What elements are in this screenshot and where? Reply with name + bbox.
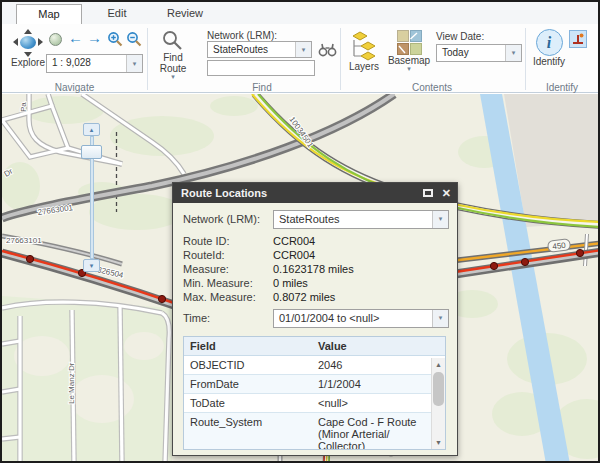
chevron-down-icon: ▾ bbox=[439, 315, 443, 321]
map-zoom-slider[interactable]: ▴ ▾ bbox=[81, 123, 103, 273]
chevron-down-icon: ▾ bbox=[512, 50, 516, 56]
chevron-down-icon: ▾ bbox=[407, 66, 411, 72]
cell-value: Cape Cod - F Route (Minor Arterial/ Coll… bbox=[312, 413, 431, 450]
view-date-combobox[interactable]: Today ▾ bbox=[436, 44, 522, 62]
triangle-up-icon: ▲ bbox=[435, 361, 442, 368]
time-dropdown-button[interactable]: ▾ bbox=[432, 310, 448, 327]
group-separator bbox=[340, 28, 341, 90]
street-label: Le Manz Dr bbox=[67, 362, 76, 404]
route-id-label: Route ID: bbox=[183, 234, 273, 248]
find-route-icon bbox=[162, 30, 184, 52]
route-locations-dialog: Route Locations ✕ Network (LRM): StateRo… bbox=[172, 182, 458, 456]
min-measure-row: Min. Measure: 0 miles bbox=[183, 276, 449, 290]
basemap-icon bbox=[397, 30, 422, 55]
triangle-down-icon: ▼ bbox=[435, 439, 442, 446]
identify-group-label: Identify bbox=[527, 82, 597, 94]
previous-extent-button[interactable]: ← bbox=[68, 30, 83, 46]
scroll-up-button[interactable]: ▲ bbox=[432, 358, 445, 371]
cell-field: OBJECTID bbox=[184, 356, 312, 374]
application-window: Map Edit Review Explore ← → bbox=[0, 0, 600, 463]
chevron-down-icon: ▾ bbox=[302, 47, 306, 53]
zoom-in-button[interactable] bbox=[107, 31, 124, 52]
find-route-button[interactable]: Find Route ▾ bbox=[154, 30, 192, 80]
street-label: Pa bbox=[19, 102, 28, 112]
table-row[interactable]: OBJECTID 2046 bbox=[184, 356, 431, 375]
network-lrm-value: StateRoutes bbox=[208, 42, 295, 57]
dialog-body: Network (LRM): StateRoutes ▾ Route ID: C… bbox=[173, 203, 457, 450]
layers-button[interactable]: Layers bbox=[346, 30, 382, 72]
identify-route-locations-button[interactable] bbox=[569, 30, 587, 48]
table-row[interactable]: Route_System Cape Cod - F Route (Minor A… bbox=[184, 413, 431, 450]
value-column-header[interactable]: Value bbox=[312, 337, 445, 355]
maximize-icon[interactable] bbox=[423, 189, 433, 197]
map-scale-combobox[interactable]: 1 : 9,028 ▾ bbox=[46, 54, 143, 73]
table-rows: OBJECTID 2046 FromDate 1/1/2004 ToDate <… bbox=[184, 356, 431, 450]
field-column-header[interactable]: Field bbox=[184, 337, 312, 355]
dialog-title-bar[interactable]: Route Locations ✕ bbox=[173, 183, 457, 203]
time-combobox[interactable]: 01/01/2004 to <null> ▾ bbox=[273, 309, 449, 328]
explore-icon bbox=[13, 29, 43, 57]
zoom-out-icon bbox=[126, 31, 143, 48]
time-label: Time: bbox=[183, 312, 273, 324]
min-measure-value: 0 miles bbox=[273, 276, 308, 290]
identify-label: Identify bbox=[533, 56, 565, 67]
network-lrm-combobox[interactable]: StateRoutes ▾ bbox=[207, 41, 312, 58]
max-measure-value: 0.8072 miles bbox=[273, 290, 335, 304]
network-lrm-dropdown-button[interactable]: ▾ bbox=[295, 42, 311, 57]
table-row[interactable]: FromDate 1/1/2004 bbox=[184, 375, 431, 394]
routeid-value: CCR004 bbox=[273, 248, 315, 262]
ribbon: Map Edit Review Explore ← → bbox=[2, 2, 598, 93]
scrollbar-thumb[interactable] bbox=[433, 372, 444, 406]
scroll-down-button[interactable]: ▼ bbox=[432, 436, 445, 449]
triangle-up-icon: ▴ bbox=[90, 126, 94, 134]
basemap-button[interactable]: Basemap ▾ bbox=[386, 30, 432, 72]
dlg-network-label: Network (LRM): bbox=[183, 213, 273, 225]
route-shield-label: 450 bbox=[552, 241, 567, 252]
view-date-dropdown-button[interactable]: ▾ bbox=[505, 45, 521, 61]
explore-button[interactable]: Explore bbox=[8, 29, 48, 68]
table-header-row: Field Value bbox=[184, 337, 445, 356]
map-scale-dropdown-button[interactable]: ▾ bbox=[126, 55, 142, 72]
tab-review[interactable]: Review bbox=[152, 4, 218, 24]
tab-edit[interactable]: Edit bbox=[84, 4, 150, 24]
binoculars-icon bbox=[318, 42, 337, 57]
find-route-label: Find Route bbox=[156, 52, 190, 74]
slider-zoom-in-button[interactable]: ▴ bbox=[83, 123, 100, 136]
slider-thumb[interactable] bbox=[81, 145, 102, 159]
time-value: 01/01/2004 to <null> bbox=[274, 310, 432, 327]
view-date-label: View Date: bbox=[436, 31, 484, 42]
slider-zoom-out-button[interactable]: ▾ bbox=[83, 259, 100, 272]
route-id-row: Route ID: CCR004 bbox=[183, 234, 449, 248]
min-measure-label: Min. Measure: bbox=[183, 276, 273, 290]
table-scrollbar[interactable]: ▲ ▼ bbox=[431, 358, 445, 449]
ribbon-tab-row: Map Edit Review bbox=[2, 2, 598, 24]
dlg-network-dropdown-button[interactable]: ▾ bbox=[432, 211, 448, 228]
road-label: 27663101 bbox=[6, 236, 42, 245]
group-separator bbox=[147, 28, 148, 90]
tab-map[interactable]: Map bbox=[16, 4, 82, 24]
layers-icon bbox=[351, 30, 377, 61]
cell-field: ToDate bbox=[184, 394, 312, 412]
route-tool-icon bbox=[571, 32, 585, 46]
next-extent-button[interactable]: → bbox=[87, 30, 102, 46]
find-button[interactable] bbox=[318, 42, 337, 61]
table-row[interactable]: ToDate <null> bbox=[184, 394, 431, 413]
dlg-network-combobox[interactable]: StateRoutes ▾ bbox=[273, 210, 449, 229]
triangle-down-icon: ▾ bbox=[90, 262, 94, 270]
routeid-label: RouteId: bbox=[183, 248, 273, 262]
measure-label: Measure: bbox=[183, 262, 273, 276]
identify-button[interactable]: i Identify bbox=[532, 29, 566, 67]
full-extent-button[interactable] bbox=[49, 33, 62, 46]
view-date-value: Today bbox=[437, 45, 505, 61]
globe-icon bbox=[49, 33, 62, 46]
dlg-network-value: StateRoutes bbox=[274, 211, 432, 228]
close-icon[interactable]: ✕ bbox=[442, 188, 451, 199]
group-separator bbox=[525, 28, 526, 90]
cell-field: Route_System bbox=[184, 413, 312, 450]
zoom-out-button[interactable] bbox=[126, 31, 143, 52]
network-lrm-label: Network (LRM): bbox=[207, 30, 277, 41]
identify-icon: i bbox=[536, 29, 563, 56]
cell-value: 2046 bbox=[312, 356, 431, 374]
route-search-input[interactable] bbox=[207, 60, 315, 76]
route-id-value: CCR004 bbox=[273, 234, 315, 248]
